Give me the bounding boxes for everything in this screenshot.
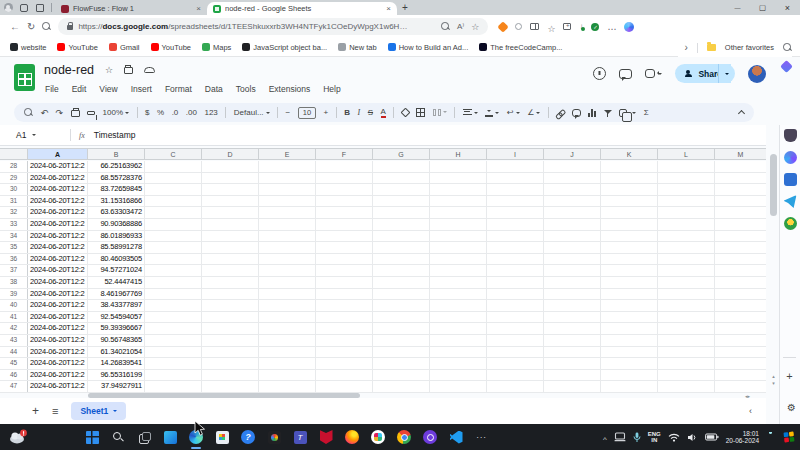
taskbar-app-icon[interactable] xyxy=(474,429,490,445)
cell-empty[interactable] xyxy=(430,289,487,300)
cell-value[interactable]: 86.01896933 xyxy=(88,231,145,242)
cell-empty[interactable] xyxy=(316,254,373,265)
taskbar-app-icon[interactable] xyxy=(136,429,152,445)
more-menu-icon[interactable] xyxy=(607,18,616,36)
cell-empty[interactable] xyxy=(544,231,601,242)
collapse-toolbar-icon[interactable] xyxy=(738,110,745,117)
cell-empty[interactable] xyxy=(430,254,487,265)
insert-chart-icon[interactable] xyxy=(588,109,596,117)
document-title[interactable]: node-red xyxy=(44,63,94,77)
cell-empty[interactable] xyxy=(487,242,544,253)
row-header[interactable]: 38 xyxy=(0,277,28,288)
cell-empty[interactable] xyxy=(715,219,766,230)
cell-timestamp[interactable]: 2024-06-20T12:2 xyxy=(28,358,88,369)
cell-empty[interactable] xyxy=(373,254,430,265)
cell-empty[interactable] xyxy=(316,323,373,334)
cell-empty[interactable] xyxy=(487,277,544,288)
taskbar-app-icon[interactable] xyxy=(266,429,282,445)
cell-empty[interactable] xyxy=(715,242,766,253)
cell-empty[interactable] xyxy=(715,347,766,358)
lock-icon[interactable] xyxy=(67,25,73,30)
version-history-icon[interactable] xyxy=(593,67,606,80)
cell-value[interactable]: 8.461967769 xyxy=(88,289,145,300)
taskbar-app-icon[interactable] xyxy=(84,429,100,445)
cell-empty[interactable] xyxy=(601,300,658,311)
vertical-scroll-arrows[interactable] xyxy=(769,373,778,386)
cell-empty[interactable] xyxy=(601,196,658,207)
close-window-button[interactable] xyxy=(775,0,800,15)
passwords-icon[interactable] xyxy=(591,23,599,31)
clock-widget[interactable]: 18:01 20-06-2024 xyxy=(726,430,759,445)
cell-empty[interactable] xyxy=(601,161,658,172)
cell-empty[interactable] xyxy=(658,300,715,311)
row-header[interactable]: 47 xyxy=(0,381,28,392)
cell-empty[interactable] xyxy=(145,358,202,369)
functions-button[interactable]: Σ xyxy=(644,108,649,117)
cell-empty[interactable] xyxy=(601,323,658,334)
cell-timestamp[interactable]: 2024-06-20T12:2 xyxy=(28,381,88,392)
cell-empty[interactable] xyxy=(544,323,601,334)
workspaces-icon[interactable] xyxy=(16,1,32,14)
cell-empty[interactable] xyxy=(658,312,715,323)
cell-empty[interactable] xyxy=(316,347,373,358)
bookmark-item[interactable]: Maps xyxy=(202,43,231,52)
sheet-tab-active[interactable]: Sheet1 xyxy=(71,402,126,420)
cell-empty[interactable] xyxy=(145,335,202,346)
cell-empty[interactable] xyxy=(202,277,259,288)
menu-item[interactable]: Tools xyxy=(236,84,256,94)
side-panel-addon-icon[interactable] xyxy=(784,129,797,142)
notifications-bell-icon[interactable] xyxy=(766,432,776,443)
redo-icon[interactable] xyxy=(56,108,64,118)
paint-format-icon[interactable] xyxy=(87,111,95,115)
cell-empty[interactable] xyxy=(658,289,715,300)
cell-empty[interactable] xyxy=(259,231,316,242)
cell-empty[interactable] xyxy=(658,323,715,334)
battery-icon[interactable] xyxy=(705,433,719,441)
cell-empty[interactable] xyxy=(601,265,658,276)
cell-value[interactable]: 14.26839541 xyxy=(88,358,145,369)
cell-empty[interactable] xyxy=(373,289,430,300)
cell-empty[interactable] xyxy=(316,161,373,172)
cell-empty[interactable] xyxy=(145,265,202,276)
cell-timestamp[interactable]: 2024-06-20T12:2 xyxy=(28,289,88,300)
cell-empty[interactable] xyxy=(601,242,658,253)
cell-empty[interactable] xyxy=(259,300,316,311)
cell-empty[interactable] xyxy=(430,370,487,381)
cell-value[interactable]: 94.57271024 xyxy=(88,265,145,276)
cell-empty[interactable] xyxy=(715,358,766,369)
cell-empty[interactable] xyxy=(601,335,658,346)
row-header[interactable]: 42 xyxy=(0,323,28,334)
sidebar-search-icon[interactable] xyxy=(783,43,792,52)
row-header[interactable]: 45 xyxy=(0,358,28,369)
cell-empty[interactable] xyxy=(658,196,715,207)
row-header[interactable]: 34 xyxy=(0,231,28,242)
menu-item[interactable]: Help xyxy=(323,84,340,94)
cell-empty[interactable] xyxy=(430,335,487,346)
increase-font-size-button[interactable]: + xyxy=(324,108,329,117)
taskbar-app-icon[interactable] xyxy=(370,429,386,445)
cell-empty[interactable] xyxy=(259,265,316,276)
row-header[interactable]: 39 xyxy=(0,289,28,300)
cell-empty[interactable] xyxy=(145,300,202,311)
cell-empty[interactable] xyxy=(658,161,715,172)
split-screen-icon[interactable] xyxy=(530,23,539,30)
cell-value[interactable]: 68.55728376 xyxy=(88,173,145,184)
cell-empty[interactable] xyxy=(601,289,658,300)
row-header[interactable]: 46 xyxy=(0,370,28,381)
cell-timestamp[interactable]: 2024-06-20T12:2 xyxy=(28,347,88,358)
decrease-font-size-button[interactable]: − xyxy=(286,108,291,117)
taskbar-app-icon[interactable] xyxy=(110,429,126,445)
cell-empty[interactable] xyxy=(259,347,316,358)
menu-item[interactable]: View xyxy=(99,84,117,94)
cell-empty[interactable] xyxy=(145,289,202,300)
downloads-icon[interactable] xyxy=(579,22,583,31)
cell-timestamp[interactable]: 2024-06-20T12:2 xyxy=(28,300,88,311)
cell-empty[interactable] xyxy=(487,173,544,184)
cell-empty[interactable] xyxy=(658,381,715,392)
cell-timestamp[interactable]: 2024-06-20T12:2 xyxy=(28,254,88,265)
cell-empty[interactable] xyxy=(715,381,766,392)
vertical-align-button[interactable] xyxy=(485,109,499,117)
print-icon[interactable] xyxy=(71,110,80,117)
cell-empty[interactable] xyxy=(658,242,715,253)
row-header[interactable]: 31 xyxy=(0,196,28,207)
